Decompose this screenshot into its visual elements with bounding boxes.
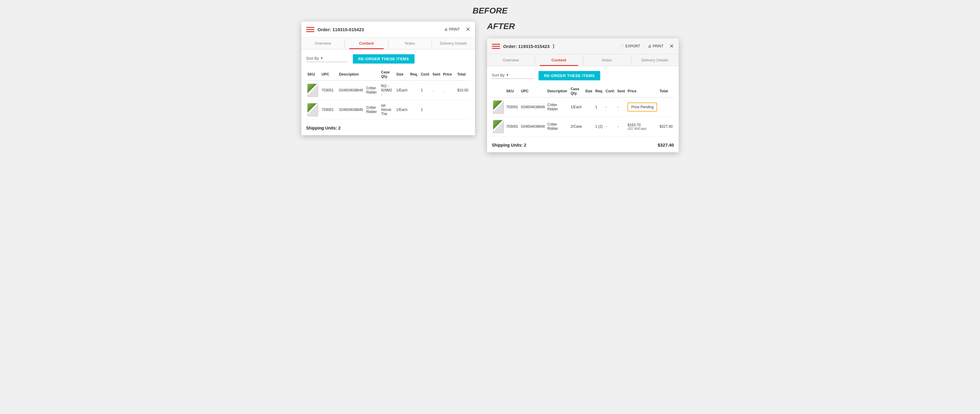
after-modal-header: Order: 119315-015423 ) 📄 EXPORT 🖨 PRINT … (487, 38, 679, 54)
table-row: 703001 024654638846 Critter Ridder Rt2 -… (306, 81, 470, 100)
after-header-left: Order: 119315-015423 ) (492, 42, 554, 50)
after-modal-body: Sort By ▾ RE-ORDER THESE ITEMS SKU UPC D… (487, 66, 679, 152)
tab-delivery-before[interactable]: Delivery Details (432, 37, 475, 49)
before-modal-header: Order: 119315-015423 🖨 PRINT ✕ (301, 22, 475, 37)
header-right: 🖨 PRINT ✕ (442, 26, 470, 33)
after-tabs: Overview Content Notes Delivery Details (487, 54, 679, 66)
cell-conf-1-before: . (431, 81, 442, 100)
after-section: AFTER Order: 119315-015423 ) 📄 EXPORT (487, 22, 679, 152)
cell-desc-1-after: Critter Ridder (546, 98, 570, 117)
th-total-after: Total (658, 85, 674, 98)
product-thumbnail-2 (307, 103, 318, 116)
after-modal: Order: 119315-015423 ) 📄 EXPORT 🖨 PRINT … (487, 38, 679, 152)
th-caseqty-before: Case Qty. (380, 68, 395, 81)
cell-sent-2-before (442, 100, 456, 120)
cell-price-1-before: $10.00 (456, 81, 470, 100)
cell-upc-1-after: 024654638846 (520, 98, 546, 117)
th-img-after (492, 85, 505, 98)
th-sent-after: Sent (616, 85, 627, 98)
cell-sku-2-before: 703001 (320, 100, 338, 120)
shipping-units-label-before: Shipping Units: 2 (306, 126, 340, 130)
tab-overview-before[interactable]: Overview (301, 37, 344, 49)
tab-delivery-after[interactable]: Delivery Details (631, 54, 679, 66)
cell-desc-1-before: Critter Ridder (365, 81, 380, 100)
th-req-before: Req. (409, 68, 419, 81)
after-sort-by-arrow-icon: ▾ (506, 73, 508, 77)
cell-sku-1-before: 703001 (320, 81, 338, 100)
cell-conf-2-after: - (605, 117, 616, 136)
cell-caseqty-2-after: 2/Case (570, 117, 584, 136)
th-size-after: Size (584, 85, 594, 98)
reorder-button-before[interactable]: RE-ORDER THESE ITEMS (353, 54, 415, 64)
cell-upc-2-after: 024654638846 (520, 117, 546, 136)
cell-upc-1-before: 024654638846 (338, 81, 365, 100)
after-hamburger-icon[interactable] (492, 42, 500, 50)
cell-sent-1-after: - (616, 98, 627, 117)
tab-notes-before[interactable]: Notes (388, 37, 431, 49)
th-req-after: Req. (594, 85, 605, 98)
price-value: $163.70 (627, 123, 657, 127)
th-size-before: Size (395, 68, 409, 81)
hamburger-icon[interactable] (306, 25, 315, 34)
cell-desc-2-before: Critter Ridder (365, 100, 380, 120)
tab-notes-after[interactable]: Notes (583, 54, 631, 66)
price-sub-value: (327.40/Case) (627, 127, 657, 130)
cell-req-2-before: 1 (420, 100, 431, 120)
cell-img-2-after (492, 117, 505, 136)
cell-req-1-after: 1 (594, 98, 605, 117)
th-conf-after: Conf. (605, 85, 616, 98)
sort-by-wrap[interactable]: Sort By ▾ (306, 56, 348, 62)
cell-conf-2-before (431, 100, 442, 120)
cell-img-1-after (492, 98, 505, 117)
after-printer-icon: 🖨 (648, 44, 651, 48)
cell-price-1-after: Price Pending (626, 98, 658, 117)
after-product-thumbnail-1 (493, 101, 504, 113)
cell-product-img-2 (306, 100, 320, 120)
before-shipping-row: Shipping Units: 2 (306, 123, 470, 130)
tab-content-before[interactable]: Content (345, 37, 388, 49)
product-thumbnail-1 (307, 84, 318, 97)
th-conf-before: Conf. (420, 68, 431, 81)
cell-sent-2-after: - (616, 117, 627, 136)
cell-desc2-1-before: Rt2 - 929M2 - (380, 81, 395, 100)
th-total-before: Total (456, 68, 470, 81)
th-sent-before: Sent (431, 68, 442, 81)
cell-product-img-1 (306, 81, 320, 100)
cell-sent-1-before: . (442, 81, 456, 100)
cell-caseqty-1-after: 1/Each (570, 98, 584, 117)
th-price-before: Price (442, 68, 456, 81)
cell-caseqty-2-before: 1/Each (395, 100, 409, 120)
page-before-title: BEFORE (6, 6, 974, 16)
before-modal-body: Sort By ▾ RE-ORDER THESE ITEMS SKU UPC D… (301, 50, 475, 135)
table-row: 703001 024654638846 Critter Ridder 1/Eac… (492, 98, 674, 117)
tab-overview-after[interactable]: Overview (487, 54, 535, 66)
th-caseqty-after: Case Qty. (570, 85, 584, 98)
th-upc-after: UPC (520, 85, 546, 98)
th-desc-after: Description (546, 85, 570, 98)
after-order-table: SKU UPC Description Case Qty. Size Req. … (492, 85, 674, 136)
cell-total-1-after (658, 98, 674, 117)
price-pending-badge: Price Pending (627, 102, 657, 112)
cell-req-2-after: 1 (2) (594, 117, 605, 136)
export-button[interactable]: 📄 EXPORT (618, 43, 642, 50)
after-sort-by-wrap[interactable]: Sort By ▾ (492, 73, 534, 79)
th-desc-before: Description (338, 68, 365, 81)
before-modal: Order: 119315-015423 🖨 PRINT ✕ Overview … (301, 22, 475, 135)
after-product-thumbnail-2 (493, 120, 504, 133)
th-upc-before: UPC (320, 68, 338, 81)
reorder-button-after[interactable]: RE-ORDER THESE ITEMS (539, 71, 600, 80)
before-print-button[interactable]: 🖨 PRINT (442, 26, 461, 33)
after-print-button[interactable]: 🖨 PRINT (646, 43, 665, 50)
cell-size-1-before (409, 81, 419, 100)
sort-by-arrow-icon: ▾ (321, 56, 323, 60)
tab-content-after[interactable]: Content (535, 54, 582, 66)
cell-req-1-before: 1 (420, 81, 431, 100)
table-row: 703001 024654638846 Critter Ridder ish A… (306, 100, 470, 120)
after-sort-by-label: Sort By (492, 73, 505, 77)
before-close-button[interactable]: ✕ (466, 27, 470, 32)
after-close-button[interactable]: ✕ (670, 43, 674, 49)
cell-sku-1-after: 703001 (505, 98, 520, 117)
cell-size-2-before (409, 100, 419, 120)
after-print-label: PRINT (652, 44, 663, 48)
before-order-table: SKU UPC Description Case Qty. Size Req. … (306, 68, 470, 120)
